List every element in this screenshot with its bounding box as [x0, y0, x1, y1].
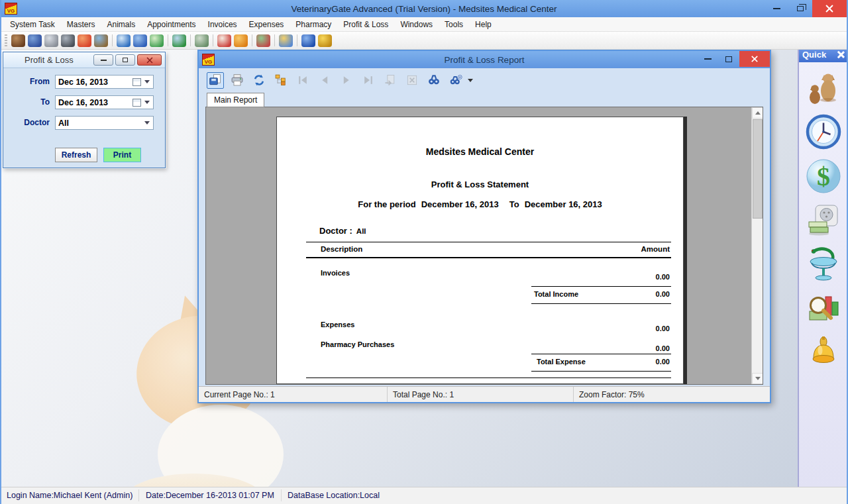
syringe-icon[interactable] [44, 34, 58, 47]
dropdown-arrow-icon[interactable] [144, 80, 150, 83]
quick-reports-icon[interactable] [805, 290, 842, 328]
menu-item-masters[interactable]: Masters [61, 18, 101, 31]
report-minimize-button[interactable] [697, 51, 718, 67]
dialog-close-button[interactable] [137, 54, 162, 66]
animals-dog-icon[interactable] [11, 34, 25, 47]
calendar-icon[interactable] [132, 99, 141, 107]
report-maximize-button[interactable] [718, 51, 739, 67]
report-row-invoices: Invoices [321, 269, 350, 277]
help-icon[interactable] [301, 34, 315, 47]
dialog-minimize-button[interactable] [93, 54, 113, 66]
menu-item-animals[interactable]: Animals [101, 18, 142, 31]
minimize-button[interactable] [765, 0, 788, 17]
thermometer-icon[interactable] [78, 34, 91, 47]
bell-gold-icon[interactable] [318, 34, 332, 47]
toolbar-separator [213, 34, 213, 46]
expenses-money-icon[interactable] [195, 34, 209, 47]
scroll-up-arrow[interactable] [752, 107, 763, 119]
toolbar-separator [112, 34, 113, 46]
scroll-down-arrow[interactable] [752, 373, 763, 384]
refresh-report-button[interactable] [250, 72, 268, 89]
dialog-title-bar: Profit & Loss [3, 52, 165, 68]
quick-reminders-icon[interactable] [805, 334, 842, 373]
grooming-pet-icon[interactable] [94, 34, 108, 47]
microscope-icon[interactable] [61, 34, 75, 47]
report-page: Medsites Medical Center Profit & Loss St… [276, 117, 684, 384]
menu-item-help[interactable]: Help [469, 18, 498, 31]
goto-page-button [382, 72, 399, 89]
quick-pharmacy-icon[interactable] [805, 246, 842, 284]
menu-item-system-task[interactable]: System Task [4, 18, 61, 31]
restore-button[interactable] [788, 0, 812, 17]
profit-loss-dialog: Profit & Loss From Dec 16, 2013 To Dec 1… [3, 52, 166, 168]
application-window: Activate Windows Go to PC settings to ac… [0, 0, 848, 504]
report-status-bar: Current Page No.: 1 Total Page No.: 1 Zo… [199, 386, 770, 402]
from-date-field[interactable]: Dec 16, 2013 [55, 75, 154, 89]
reminder-alarm-icon[interactable] [279, 34, 293, 47]
toolbar-separator [190, 34, 191, 46]
scrollbar-thumb[interactable] [753, 119, 763, 219]
report-org-name: Medsites Medical Center [277, 146, 683, 157]
menu-item-invoices[interactable]: Invoices [202, 18, 243, 31]
report-statement-title: Profit & Loss Statement [277, 179, 683, 189]
last-page-button [360, 72, 377, 89]
report-vertical-scrollbar[interactable] [751, 107, 763, 384]
menu-bar: System TaskMastersAnimalsAppointmentsInv… [1, 17, 847, 32]
report-viewer-area: Medsites Medical Center Profit & Loss St… [205, 107, 763, 385]
menu-item-expenses[interactable]: Expenses [243, 18, 290, 31]
report-row-pharmacy-purchases: Pharmacy Purchases [321, 340, 394, 348]
quick-appointments-icon[interactable] [805, 113, 842, 151]
money-dollar-icon[interactable] [172, 34, 186, 47]
report-viewer-toolbar [199, 68, 770, 92]
refresh-button[interactable]: Refresh [55, 148, 97, 162]
application-status-bar: Login Name:Michael Kent (Admin) Date:Dec… [1, 487, 847, 504]
menu-item-tools[interactable]: Tools [439, 18, 469, 31]
pharmacy-box-icon[interactable] [217, 34, 231, 47]
quick-panel-title: Quick [802, 50, 826, 60]
tab-main-report[interactable]: Main Report [207, 93, 264, 107]
zoom-dropdown-caret-icon[interactable] [468, 79, 473, 82]
menu-item-profit-loss[interactable]: Profit & Loss [337, 18, 394, 31]
calendar-icon[interactable] [132, 78, 141, 86]
to-date-field[interactable]: Dec 16, 2013 [55, 95, 154, 109]
zoom-factor-status: Zoom Factor: 75% [574, 387, 770, 402]
total-page-status: Total Page No.: 1 [388, 387, 574, 402]
doctor-select[interactable]: All [55, 116, 154, 130]
masters-book-icon[interactable] [28, 34, 42, 47]
quick-panel-close-icon[interactable] [836, 50, 845, 59]
menu-item-pharmacy[interactable]: Pharmacy [290, 18, 337, 31]
schedule-calendar-icon[interactable] [133, 34, 147, 47]
zoom-level-dropdown[interactable] [447, 72, 464, 89]
menu-item-appointments[interactable]: Appointments [141, 18, 201, 31]
close-button[interactable] [812, 0, 847, 17]
export-report-button[interactable] [207, 72, 224, 89]
profit-loss-report-window: VG Profit & Loss Report Main Report Meds… [197, 50, 771, 403]
report-total-income-label: Total Income [534, 290, 578, 298]
database-location-status: DataBase Location:Local [288, 491, 380, 500]
date-status: Date:December 16-2013 01:07 PM [146, 491, 274, 500]
quick-icon-list: $ [799, 62, 848, 373]
profit-loss-chart-icon[interactable] [256, 34, 270, 47]
reports-arrow-icon[interactable] [234, 34, 248, 47]
from-label: From [3, 77, 50, 86]
menu-item-windows[interactable]: Windows [394, 18, 439, 31]
next-page-button [338, 72, 355, 89]
doctor-label: Doctor [3, 118, 50, 127]
report-doctor-line: Doctor :All [319, 226, 366, 236]
print-report-button[interactable] [229, 72, 246, 89]
dropdown-arrow-icon[interactable] [144, 101, 150, 104]
window-title: VeterinaryGate Advanced (Trial Version) … [1, 4, 847, 14]
toggle-group-tree-button[interactable] [272, 72, 290, 89]
quick-animals-icon[interactable] [805, 68, 842, 107]
quick-expenses-icon[interactable] [805, 201, 842, 240]
quick-invoices-icon[interactable]: $ [805, 157, 842, 195]
report-close-button[interactable] [739, 51, 770, 67]
find-text-button[interactable] [425, 72, 443, 89]
appointments-clock-icon[interactable] [117, 34, 131, 47]
print-button[interactable]: Print [103, 148, 141, 162]
dialog-maximize-button[interactable] [115, 54, 135, 66]
toolbar-grip[interactable] [5, 34, 7, 46]
report-title-bar: VG Profit & Loss Report [199, 51, 770, 68]
dropdown-arrow-icon[interactable] [144, 121, 150, 125]
invoice-note-icon[interactable] [150, 34, 164, 47]
